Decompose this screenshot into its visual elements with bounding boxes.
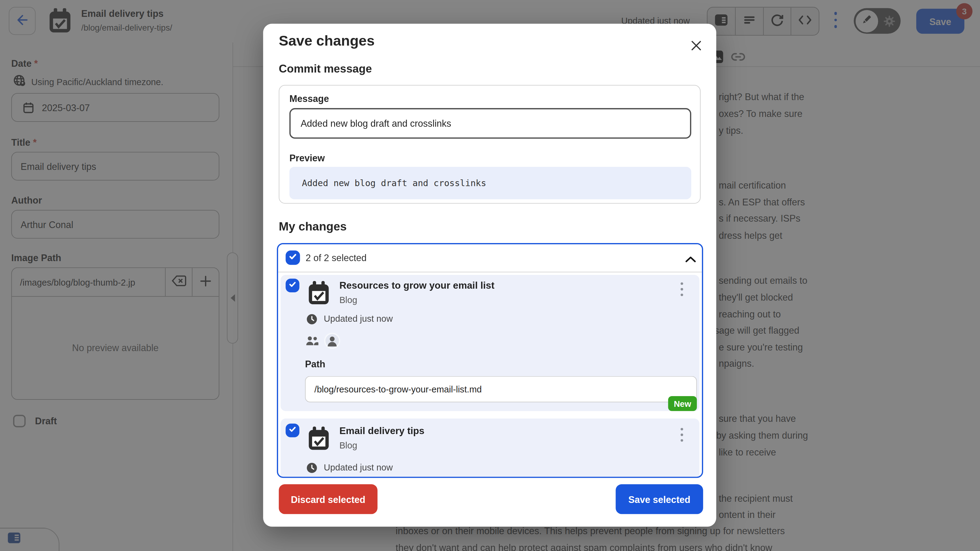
change-item-collection: Blog — [339, 295, 357, 305]
save-changes-modal: Save changes Commit message Message Adde… — [263, 24, 716, 527]
clock-icon — [306, 313, 318, 327]
commit-message-heading: Commit message — [279, 62, 372, 76]
item-path-input[interactable]: /blog/resources-to-grow-your-email-list.… — [305, 376, 697, 403]
changes-card: 2 of 2 selected Resources to grow your e… — [277, 243, 703, 478]
select-all-checkbox[interactable] — [286, 250, 300, 265]
message-label: Message — [290, 93, 329, 104]
change-item-title: Email delivery tips — [339, 426, 425, 437]
people-icon — [305, 335, 320, 349]
selection-summary-row[interactable]: 2 of 2 selected — [278, 244, 702, 272]
discard-selected-button[interactable]: Discard selected — [279, 484, 377, 514]
change-item-title: Resources to grow your email list — [339, 280, 494, 291]
changes-list: Resources to grow your email list Blog U… — [278, 272, 702, 476]
item-menu-button[interactable] — [678, 428, 686, 444]
screen: Email delivery tips /blog/email-delivery… — [0, 0, 980, 551]
change-item-collection: Blog — [339, 440, 357, 451]
clock-icon — [306, 462, 318, 476]
close-icon — [689, 44, 703, 54]
new-badge: New — [668, 396, 697, 411]
item-checkbox[interactable] — [286, 424, 299, 437]
item-menu-button[interactable] — [678, 282, 686, 299]
item-checkbox[interactable] — [286, 279, 299, 292]
kebab-icon — [681, 428, 683, 442]
chevron-up-icon — [684, 254, 697, 266]
check-icon — [288, 425, 297, 436]
collection-icon — [308, 426, 329, 454]
path-label: Path — [305, 359, 325, 369]
change-item: Email delivery tips Blog Updated just no… — [280, 418, 699, 478]
modal-title: Save changes — [279, 32, 375, 49]
kebab-icon — [681, 282, 683, 296]
person-icon — [324, 332, 340, 352]
change-item-updated: Updated just now — [324, 462, 393, 472]
my-changes-heading: My changes — [279, 220, 347, 233]
check-icon — [288, 252, 298, 264]
save-selected-button[interactable]: Save selected — [616, 484, 703, 514]
collection-icon — [308, 280, 329, 308]
commit-card: Message Added new blog draft and crossli… — [279, 85, 701, 204]
change-item-updated: Updated just now — [324, 313, 393, 324]
close-button[interactable] — [689, 39, 703, 52]
check-icon — [288, 280, 297, 291]
commit-message-input[interactable]: Added new blog draft and crosslinks — [290, 108, 691, 139]
preview-label: Preview — [290, 152, 325, 163]
selection-summary: 2 of 2 selected — [305, 252, 367, 263]
commit-preview: Added new blog draft and crosslinks — [290, 167, 691, 199]
change-item: Resources to grow your email list Blog U… — [280, 275, 699, 411]
